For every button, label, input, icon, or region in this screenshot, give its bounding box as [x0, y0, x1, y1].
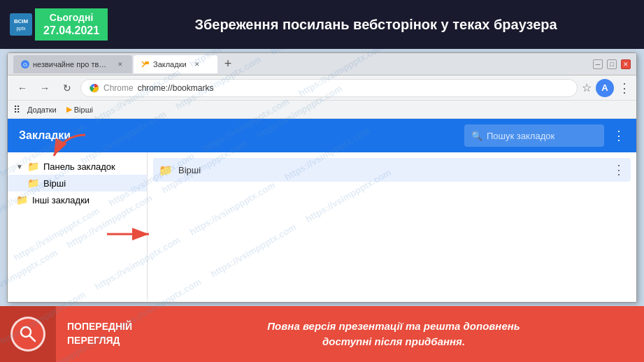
- search-icon: 🔍: [471, 131, 482, 141]
- red-arrow-2: [103, 220, 159, 251]
- folder-small-icon: ▶: [66, 105, 72, 114]
- today-label: Сьогодні: [43, 11, 99, 24]
- bottom-description: Повна версія презентації та решта доповн…: [143, 319, 644, 350]
- date-badge: Сьогодні 27.04.2021: [35, 8, 108, 41]
- bottom-bar: ПОПЕРЕДНІЙ ПЕРЕГЛЯД Повна версія презент…: [0, 306, 644, 362]
- red-arrow-1: [43, 131, 92, 169]
- tab2-favicon: [141, 59, 150, 69]
- svg-line-11: [29, 335, 35, 341]
- svg-text:pptx: pptx: [16, 26, 26, 31]
- browser-tabs: G незвичайне про тварин - Пош... ✕ Закла…: [13, 55, 593, 73]
- minimize-button[interactable]: ─: [593, 59, 603, 69]
- row-folder-name: Вірші: [178, 165, 201, 175]
- row-folder-icon: 📁: [159, 164, 173, 177]
- bookmark-star-icon[interactable]: ☆: [582, 81, 592, 94]
- apps-icon: ⠿: [13, 104, 20, 115]
- addons-label: Додатки: [27, 106, 57, 114]
- bookmarks-body: ▼ 📁 Панель закладок 📁 Вірші 📁 Інші закла…: [8, 152, 636, 301]
- tab2-close[interactable]: ✕: [192, 59, 202, 69]
- refresh-button[interactable]: ↻: [58, 79, 76, 97]
- tab1-close[interactable]: ✕: [115, 59, 125, 69]
- svg-text:G: G: [23, 61, 27, 68]
- virshi-folder-icon: 📁: [27, 178, 39, 189]
- row-menu-icon[interactable]: ⋮: [613, 162, 625, 178]
- header-title: Збереження посилань вебсторінок у теках …: [115, 17, 637, 33]
- browser-tab-1[interactable]: G незвичайне про тварин - Пош... ✕: [13, 55, 132, 73]
- svg-rect-5: [145, 61, 149, 64]
- chevron-icon: ▼: [16, 163, 23, 171]
- tab1-label: незвичайне про тварин - Пош...: [33, 60, 110, 68]
- maximize-button[interactable]: □: [607, 59, 617, 69]
- browser-addressbar: ← → ↻ Chrome chrome://bookmarks ☆ A ⋮: [8, 75, 636, 101]
- search-box[interactable]: 🔍 Пошук закладок: [464, 124, 604, 147]
- panel-folder-icon: 📁: [27, 161, 39, 172]
- bottom-desc-line2: доступні після придбання.: [143, 334, 644, 350]
- bookmarks-menu-button[interactable]: ⋮: [613, 128, 625, 143]
- svg-text:ВСІМ: ВСІМ: [14, 18, 28, 24]
- content-wrapper: https://vsimppptx.com https://vsimppptx.…: [0, 49, 644, 362]
- close-button[interactable]: ✕: [621, 59, 631, 69]
- bookmarks-content: 📁 Вірші ⋮: [148, 152, 636, 301]
- logo-icon: ВСІМ pptx: [7, 10, 35, 38]
- browser-window: G незвичайне про тварин - Пош... ✕ Закла…: [7, 52, 637, 303]
- preview-label: ПОПЕРЕДНІЙ ПЕРЕГЛЯД: [56, 320, 143, 347]
- bookmarks-toolbar: ⠿ Додатки ▶ Вірші: [8, 101, 636, 119]
- tab2-label: Закладки: [153, 60, 187, 68]
- forward-button[interactable]: →: [36, 79, 54, 97]
- sidebar-virshi-label: Вірші: [43, 178, 66, 189]
- menu-dots-icon[interactable]: ⋮: [618, 80, 631, 96]
- virshi-toolbar-item[interactable]: ▶ Вірші: [64, 103, 96, 115]
- sidebar-item-virshi[interactable]: 📁 Вірші: [8, 175, 147, 191]
- bookmarks-manager-header: Закладки 🔍 Пошук закладок ⋮: [8, 119, 636, 152]
- profile-button[interactable]: A: [596, 79, 614, 97]
- addons-toolbar-item[interactable]: Додатки: [24, 104, 59, 115]
- bookmark-row-virshi[interactable]: 📁 Вірші ⋮: [153, 158, 631, 182]
- chrome-label: Chrome: [103, 83, 134, 93]
- chrome-favicon: [90, 83, 99, 93]
- browser-titlebar: G незвичайне про тварин - Пош... ✕ Закла…: [8, 53, 636, 75]
- date-value: 27.04.2021: [43, 24, 99, 38]
- browser-tab-2[interactable]: Закладки ✕: [134, 55, 217, 73]
- svg-rect-0: [10, 13, 32, 36]
- other-folder-icon: 📁: [16, 194, 28, 205]
- preview-icon: [10, 317, 45, 352]
- preview-icon-box: [0, 306, 56, 362]
- address-box[interactable]: Chrome chrome://bookmarks: [80, 79, 578, 97]
- sidebar-other-label: Інші закладки: [32, 195, 90, 205]
- back-button[interactable]: ←: [13, 79, 31, 97]
- address-url: chrome://bookmarks: [138, 83, 214, 93]
- virshi-toolbar-label: Вірші: [74, 106, 93, 114]
- search-preview-icon: [18, 324, 38, 344]
- browser-controls: ─ □ ✕: [593, 59, 631, 69]
- logo-box: ВСІМ pptx Сьогодні 27.04.2021: [7, 8, 108, 41]
- new-tab-button[interactable]: +: [219, 55, 237, 73]
- search-placeholder: Пошук закладок: [487, 131, 554, 141]
- sidebar-item-other[interactable]: 📁 Інші закладки: [8, 191, 147, 208]
- bottom-desc-line1: Повна версія презентації та решта доповн…: [143, 319, 644, 335]
- header-bar: ВСІМ pptx Сьогодні 27.04.2021 Збереження…: [0, 0, 644, 49]
- tab1-favicon: G: [20, 59, 30, 69]
